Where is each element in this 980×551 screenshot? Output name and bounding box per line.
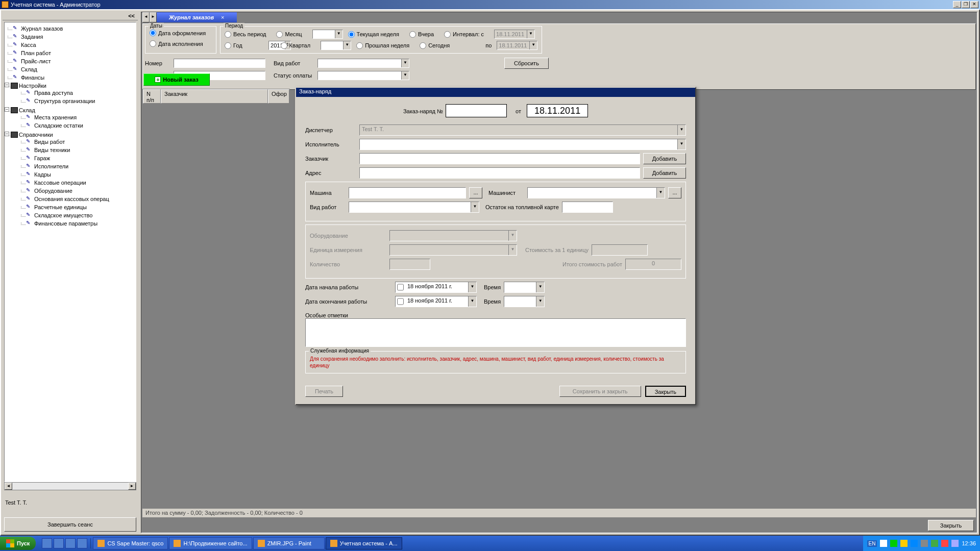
start-date-picker[interactable]: 18 ноября 2011 г.▼ <box>395 282 477 293</box>
maximize-button[interactable]: ❐ <box>962 1 970 8</box>
collapse-icon[interactable]: − <box>5 83 9 87</box>
radio-date-reg[interactable]: Дата оформления <box>150 30 206 36</box>
tree-item[interactable]: Прайс-лист <box>6 57 135 65</box>
worktype-combo[interactable]: ▼ <box>349 202 479 213</box>
interval-to-date[interactable]: 18.11.2011▼ <box>497 41 537 50</box>
add-address-button[interactable]: Добавить <box>643 167 686 179</box>
collapse-icon[interactable]: − <box>5 107 9 112</box>
worktype-combo[interactable]: ▼ <box>317 59 409 68</box>
col-number[interactable]: N п/п <box>143 89 161 104</box>
notes-textarea[interactable] <box>305 318 686 347</box>
col-customer[interactable]: Заказчик <box>161 89 268 104</box>
fuel-field[interactable] <box>562 202 613 213</box>
task-item[interactable]: H:\Продвижение сайто... <box>169 537 252 549</box>
executor-combo[interactable]: ▼ <box>359 139 686 150</box>
save-close-button[interactable]: Сохранить и закрыть <box>559 386 641 397</box>
tree-horizontal-scrollbar[interactable]: ◄► <box>4 482 136 490</box>
radio-prev-week[interactable]: Прошлая неделя <box>356 42 409 49</box>
col-ofor[interactable]: Офор <box>268 89 289 104</box>
tab-orders[interactable]: Журнал заказов× <box>157 12 237 22</box>
tab-next-button[interactable]: ► <box>150 12 157 22</box>
tree-item[interactable]: Журнал заказов <box>6 24 135 33</box>
new-order-button[interactable]: +Новый заказ <box>143 73 210 86</box>
task-item[interactable]: CS Sape Master: qsco <box>93 537 168 549</box>
tray-icon[interactable] <box>900 540 908 547</box>
tree-item[interactable]: Складские остатки <box>19 121 135 130</box>
tree-folder-settings[interactable]: −Настройки Права доступа Структура орган… <box>6 82 135 106</box>
quick-launch-icon[interactable] <box>42 538 52 548</box>
tray-icon[interactable] <box>921 540 928 547</box>
paystatus-combo[interactable]: ▼ <box>317 71 409 80</box>
customer-field[interactable] <box>359 153 640 164</box>
tree-item[interactable]: Расчетные единицы <box>19 203 135 211</box>
radio-month[interactable]: Месяц <box>276 31 302 38</box>
tab-prev-button[interactable]: ◄ <box>142 12 150 22</box>
tree-item[interactable]: Складское имущество <box>19 211 135 219</box>
add-customer-button[interactable]: Добавить <box>643 153 686 164</box>
tree-item[interactable]: Оборудование <box>19 187 135 195</box>
language-indicator[interactable]: EN <box>867 540 877 547</box>
tree-item[interactable]: Касса <box>6 41 135 49</box>
modal-close-button[interactable]: Закрыть <box>645 386 686 397</box>
interval-from-date[interactable]: 18.11.2011▼ <box>494 30 535 39</box>
scroll-left-button[interactable]: ◄ <box>5 483 12 490</box>
tab-close-icon[interactable]: × <box>221 14 224 20</box>
radio-yesterday[interactable]: Вчера <box>409 31 434 38</box>
radio-year[interactable]: Год <box>225 42 258 49</box>
tree-item[interactable]: Кадры <box>19 170 135 179</box>
collapse-icon[interactable]: − <box>5 132 9 136</box>
tree-folder-warehouse[interactable]: −Склад Места хранения Складские остатки <box>6 106 135 131</box>
tree-item[interactable]: План работ <box>6 49 135 57</box>
machinist-browse-button[interactable]: ... <box>668 187 681 198</box>
task-item-active[interactable]: Учетная система - А... <box>326 537 402 549</box>
clock[interactable]: 12:36 <box>962 540 976 546</box>
radio-quarter[interactable]: Квартал <box>281 42 311 49</box>
scroll-right-button[interactable]: ► <box>128 483 136 490</box>
collapse-panel-button[interactable]: << <box>3 12 138 20</box>
radio-cur-week[interactable]: Текущая неделя <box>348 31 399 38</box>
tray-icon[interactable] <box>951 540 959 547</box>
radio-today[interactable]: Сегодня <box>420 42 450 49</box>
dispatcher-combo[interactable]: Test T. T.▼ <box>359 124 686 136</box>
radio-whole-period[interactable]: Весь период <box>225 31 266 38</box>
end-date-picker[interactable]: 18 ноября 2011 г.▼ <box>395 296 477 307</box>
quick-launch-icon[interactable] <box>54 538 64 548</box>
quick-launch-icon[interactable] <box>77 538 87 548</box>
tray-icon[interactable] <box>911 540 918 547</box>
tree-item[interactable]: Права доступа <box>19 89 135 97</box>
tree-item[interactable]: Финансы <box>6 73 135 82</box>
tree-item[interactable]: Виды техники <box>19 146 135 154</box>
tree-item[interactable]: Кассовые операции <box>19 179 135 187</box>
end-session-button[interactable]: Завершить сеанс <box>4 517 136 532</box>
address-field[interactable] <box>359 167 640 179</box>
radio-date-exec[interactable]: Дата исполнения <box>150 40 203 47</box>
tray-icon[interactable] <box>880 540 887 547</box>
start-time-combo[interactable]: ▼ <box>504 282 545 293</box>
reset-button[interactable]: Сбросить <box>504 58 549 69</box>
tree-item[interactable]: Гараж <box>19 154 135 162</box>
task-item[interactable]: ZMIR.JPG - Paint <box>253 537 325 549</box>
tree-item[interactable]: Основания кассовых операц <box>19 195 135 203</box>
navigation-tree[interactable]: Журнал заказов Задания Касса План работ … <box>4 22 136 482</box>
quarter-combo[interactable]: ▼ <box>321 41 351 50</box>
tree-item[interactable]: Задания <box>6 33 135 41</box>
tree-item[interactable]: Финансовые параметры <box>19 219 135 228</box>
machine-browse-button[interactable]: ... <box>469 187 482 198</box>
tree-item[interactable]: Исполнители <box>19 162 135 170</box>
radio-interval[interactable]: Интервал: с <box>444 31 484 38</box>
tree-folder-refs[interactable]: −Справочники Виды работ Виды техники Гар… <box>6 131 135 229</box>
print-button[interactable]: Печать <box>305 386 343 397</box>
tree-item[interactable]: Склад <box>6 65 135 73</box>
close-button[interactable]: ✕ <box>970 1 978 8</box>
month-combo[interactable]: ▼ <box>312 30 343 39</box>
tray-icon[interactable] <box>931 540 938 547</box>
minimize-button[interactable]: _ <box>953 1 961 8</box>
start-button[interactable]: Пуск <box>0 537 36 550</box>
end-time-combo[interactable]: ▼ <box>504 296 545 307</box>
tray-icon[interactable] <box>941 540 948 547</box>
tree-item[interactable]: Места хранения <box>19 113 135 121</box>
tray-icon[interactable] <box>890 540 897 547</box>
tree-item[interactable]: Виды работ <box>19 138 135 146</box>
content-close-button[interactable]: Закрыть <box>928 520 974 531</box>
quick-launch-icon[interactable] <box>65 538 76 548</box>
